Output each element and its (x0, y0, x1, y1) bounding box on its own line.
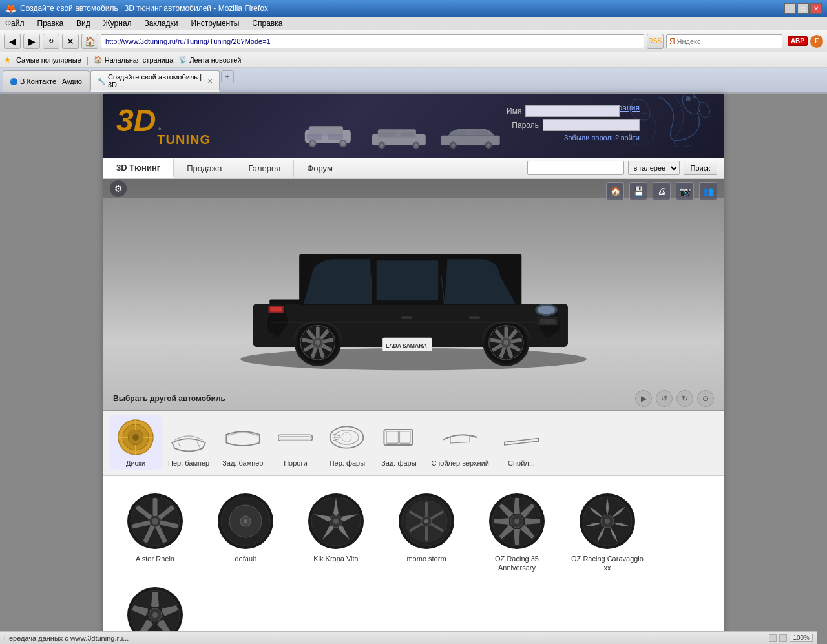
site-header: 3D ✧ TUNING (103, 94, 724, 158)
tab-close-button[interactable]: ✕ (207, 78, 213, 85)
home-button[interactable]: 🏠 (81, 34, 98, 49)
home-viewer-icon[interactable]: 🏠 (606, 182, 624, 200)
window-title: Создайте свой автомобиль | 3D тюнинг авт… (20, 4, 268, 13)
search-scope-dropdown[interactable]: в галерее (628, 161, 680, 175)
wheel-label-kik: Kik Krona Vita (313, 554, 359, 563)
svg-point-3 (693, 96, 696, 99)
nav-tab-sale[interactable]: Продажа (174, 160, 235, 177)
part-item-discs[interactable]: Диски (110, 415, 162, 470)
bookmark-news[interactable]: 📡 Лента новостей (178, 56, 241, 64)
camera-icon[interactable]: 📷 (676, 182, 694, 200)
header-car-2 (368, 116, 430, 158)
wheel-item-oz-caravaggio[interactable]: OZ Racing Caravaggio хх (569, 492, 646, 573)
part-item-rear-bumper[interactable]: Зад. бампер (216, 415, 269, 470)
zoom-level[interactable]: 100% (790, 634, 813, 642)
stop-button[interactable]: ✕ (62, 34, 79, 49)
nav-tab-gallery[interactable]: Галерея (235, 160, 294, 177)
zoom-button[interactable]: ⊙ (697, 390, 714, 407)
wheel-item-alster-rhein[interactable]: Alster Rhein (116, 492, 194, 573)
forgot-link[interactable]: Забыли пароль? войти (564, 134, 640, 141)
svg-rect-73 (401, 316, 412, 319)
share-icon[interactable]: 👥 (699, 182, 717, 200)
new-tab-button[interactable]: + (221, 70, 234, 83)
print-icon[interactable]: 🖨 (653, 182, 671, 200)
menu-file[interactable]: Файл (3, 18, 27, 28)
site-search-input[interactable] (527, 161, 624, 175)
choose-car-link[interactable]: Выбрать другой автомобиль (113, 394, 225, 403)
part-item-front-bumper[interactable]: Пер. бампер (162, 415, 216, 470)
window-controls: _ □ ✕ (784, 3, 822, 14)
username-input[interactable] (525, 105, 620, 117)
svg-text:LADA SAMARA: LADA SAMARA (386, 342, 427, 349)
minimize-button[interactable]: _ (784, 3, 796, 14)
save-icon[interactable]: 💾 (629, 182, 647, 200)
bookmark-popular[interactable]: Самые популярные (16, 56, 81, 64)
bookmarks-star-icon: ★ (4, 56, 11, 65)
viewer-toolbar: ⚙ 🏠 💾 🖨 📷 👥 (103, 179, 724, 198)
nav-tab-forum[interactable]: Форум (294, 160, 346, 177)
part-item-rear-lights[interactable]: Зад. фары (373, 415, 424, 470)
abp-button[interactable]: ABP (788, 36, 808, 46)
wheel-momo-svg (397, 492, 455, 550)
part-front-lights-label: Пер. фары (330, 459, 365, 467)
menu-view[interactable]: Вид (74, 18, 93, 28)
rotate-left-button[interactable]: ↺ (656, 390, 673, 407)
address-bar[interactable]: http://www.3dtuning.ru/ru/Tuning/Tuning/… (101, 34, 644, 48)
disc-icon (116, 418, 155, 457)
svg-point-72 (315, 340, 320, 346)
menu-bar: Файл Правка Вид Журнал Закладки Инструме… (0, 17, 827, 30)
svg-line-86 (197, 442, 200, 448)
menu-tools[interactable]: Инструменты (189, 18, 242, 28)
wheels-grid-row1: Alster Rhein default (116, 486, 711, 644)
search-input[interactable] (677, 37, 755, 45)
part-item-top-spoiler[interactable]: Спойлер верхний (424, 415, 496, 470)
refresh-button[interactable]: ↻ (43, 34, 59, 49)
wheels-section: Alster Rhein default (103, 476, 724, 644)
part-item-spoiler2[interactable]: Спойл... (496, 415, 547, 470)
search-bar[interactable]: Я (666, 34, 782, 48)
menu-bookmarks[interactable]: Закладки (142, 18, 181, 28)
part-item-front-lights[interactable]: Пер. фары (321, 415, 373, 470)
yandex-icon: Я (669, 37, 675, 46)
menu-help[interactable]: Справка (249, 18, 285, 28)
svg-rect-27 (474, 131, 489, 136)
menu-journal[interactable]: Журнал (101, 18, 134, 28)
rss-button[interactable]: RSS (647, 34, 664, 49)
viewer-area: ⚙ 🏠 💾 🖨 📷 👥 (103, 179, 724, 411)
right-nav-icons: RSS (647, 34, 664, 49)
part-item-sills[interactable]: Пороги (269, 415, 321, 470)
close-button[interactable]: ✕ (810, 3, 822, 14)
wheel-item-oz35[interactable]: OZ Racing 35 Anniversary (478, 492, 556, 573)
menu-edit[interactable]: Правка (35, 18, 67, 28)
wheel-item-kik-krona[interactable]: Kik Krona Vita (297, 492, 375, 573)
wheel-item-momo-storm[interactable]: momo storm (388, 492, 465, 573)
rear-bumper-icon (224, 418, 262, 457)
nav-bar: ◀ ▶ ↻ ✕ 🏠 http://www.3dtuning.ru/ru/Tuni… (0, 30, 827, 52)
part-sills-label: Пороги (284, 459, 307, 467)
tab-3dtuning[interactable]: 🔧 Создайте свой автомобиль | 3D... ✕ (90, 70, 220, 92)
rear-bumper-svg (224, 421, 262, 453)
svg-rect-19 (379, 132, 396, 137)
login-area: Регистрация Имя Пароль Забыли пароль? во… (507, 103, 640, 141)
wheel-alster-rhein-svg (126, 492, 184, 550)
svg-point-2 (686, 96, 691, 101)
forward-button[interactable]: ▶ (23, 34, 40, 49)
search-button[interactable]: Поиск (684, 161, 717, 175)
name-label: Имя (507, 107, 521, 116)
bookmark-home[interactable]: 🏠 Начальная страница (94, 56, 173, 64)
tab-vk[interactable]: 🔵 В Контакте | Аудио (3, 70, 89, 92)
viewer-settings-button[interactable]: ⚙ (110, 180, 127, 197)
play-button[interactable]: ▶ (635, 390, 652, 407)
header-car-1 (297, 113, 359, 158)
svg-rect-20 (401, 132, 414, 137)
password-row: Пароль (507, 119, 640, 131)
svg-rect-48 (505, 326, 508, 338)
nav-tab-tuning[interactable]: 3D Тюнинг (103, 159, 174, 178)
password-input[interactable] (543, 119, 640, 131)
rotate-right-button[interactable]: ↻ (676, 390, 693, 407)
wheel-item-default[interactable]: default (207, 492, 284, 573)
svg-point-80 (132, 434, 139, 441)
part-spoiler2-label: Спойл... (508, 459, 535, 467)
back-button[interactable]: ◀ (4, 34, 21, 49)
maximize-button[interactable]: □ (797, 3, 809, 14)
